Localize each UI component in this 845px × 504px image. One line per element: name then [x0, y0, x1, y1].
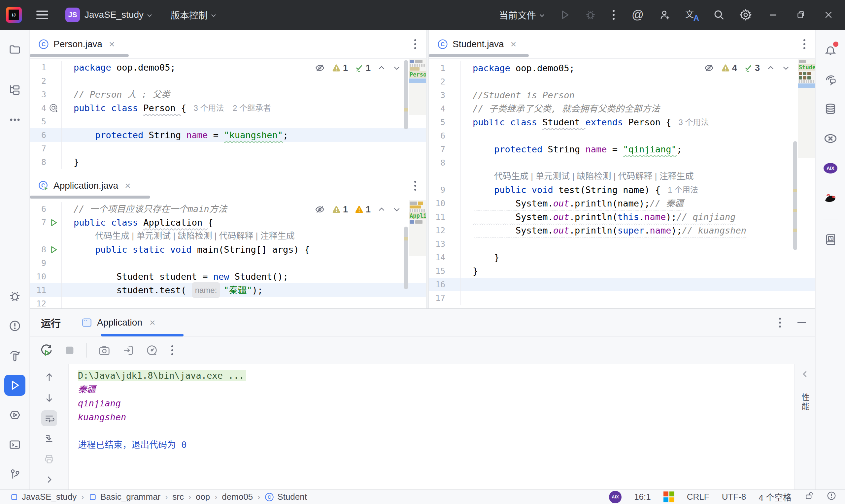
- gutter[interactable]: 3: [30, 88, 62, 101]
- gutter[interactable]: 7: [30, 216, 62, 229]
- editor-splitter[interactable]: [426, 30, 429, 308]
- code-line[interactable]: 7public class Application {: [30, 216, 426, 229]
- tab-options-icon[interactable]: [802, 37, 807, 51]
- code-line[interactable]: 8 public static void main(String[] args)…: [30, 243, 426, 256]
- gutter[interactable]: 4: [30, 101, 62, 115]
- gutter[interactable]: 12: [429, 223, 461, 237]
- gutter[interactable]: 5: [429, 115, 461, 129]
- expand-strip-icon[interactable]: [41, 472, 57, 487]
- code-line[interactable]: 6 protected String name = "kuangshen";: [30, 128, 426, 142]
- up-stacktrace-icon[interactable]: [41, 370, 57, 385]
- code-line[interactable]: 8: [429, 156, 815, 169]
- gutter[interactable]: [30, 229, 62, 243]
- run-tab-application[interactable]: Application ×: [81, 309, 156, 337]
- code-line[interactable]: 7 protected String name = "qinjiang";: [429, 143, 815, 156]
- run-icon[interactable]: [559, 9, 570, 20]
- window-close-button[interactable]: [822, 11, 835, 19]
- code-line[interactable]: 14 }: [429, 251, 815, 264]
- breadcrumb-item[interactable]: CStudent: [265, 492, 307, 502]
- gutter[interactable]: 15: [429, 264, 461, 278]
- ai-inlay-hint[interactable]: 代码生成 | 单元测试 | 缺陷检测 | 代码解释 | 注释生成: [494, 169, 694, 183]
- more-actions-icon[interactable]: [611, 8, 617, 22]
- main-menu-icon[interactable]: [36, 11, 48, 19]
- code-line[interactable]: 13: [429, 237, 815, 251]
- highlight-off-icon[interactable]: [315, 204, 325, 215]
- override-gutter-icon[interactable]: [46, 104, 61, 113]
- gutter[interactable]: 12: [30, 297, 62, 308]
- code-line[interactable]: 5: [30, 115, 426, 128]
- windows-defender-icon[interactable]: [664, 491, 674, 502]
- indent-style[interactable]: 4 个空格: [758, 491, 792, 503]
- dictionary-icon[interactable]: A: [820, 229, 841, 250]
- code-line[interactable]: 8}: [30, 155, 426, 169]
- gutter[interactable]: 13: [429, 237, 461, 251]
- print-icon[interactable]: [41, 451, 57, 467]
- code-line[interactable]: 11 student.test( name:"秦疆");: [30, 283, 426, 297]
- tab-student-java[interactable]: C Student.java ×: [437, 39, 516, 50]
- commit-structure-icon[interactable]: [4, 79, 25, 101]
- search-everywhere-icon[interactable]: [713, 9, 725, 21]
- ai-chat-icon[interactable]: [820, 69, 841, 90]
- plugin-x-icon[interactable]: [820, 128, 841, 149]
- notifications-icon[interactable]: [820, 39, 841, 60]
- database-icon[interactable]: [820, 98, 841, 120]
- git-tool-icon[interactable]: [4, 464, 25, 485]
- project-badge[interactable]: JS: [65, 7, 80, 22]
- gutter[interactable]: 10: [30, 270, 62, 283]
- scrollbar[interactable]: [404, 59, 408, 171]
- ai-assistant-icon[interactable]: @: [631, 8, 644, 22]
- inspections-widget[interactable]: 1 1: [313, 203, 403, 215]
- gutter[interactable]: 14: [429, 251, 461, 264]
- tab-options-icon[interactable]: [412, 37, 418, 51]
- close-tab-icon[interactable]: ×: [109, 39, 115, 50]
- code-line[interactable]: 9: [30, 256, 426, 270]
- code-line[interactable]: 16: [429, 278, 815, 291]
- attach-debugger-icon[interactable]: [122, 344, 134, 357]
- gutter[interactable]: 7: [429, 143, 461, 156]
- code-line[interactable]: 11 System.out.println(this.name);// qinj…: [429, 210, 815, 223]
- debug-icon[interactable]: [585, 9, 596, 20]
- inspections-widget[interactable]: 1 1: [313, 62, 403, 74]
- run-configuration-selector[interactable]: 当前文件: [499, 8, 545, 21]
- gutter[interactable]: 11: [30, 283, 62, 297]
- gutter[interactable]: 6: [429, 129, 461, 143]
- bird-plugin-icon[interactable]: [820, 187, 841, 209]
- run-panel-options-icon[interactable]: [777, 316, 783, 329]
- prev-problem-icon[interactable]: [377, 205, 386, 214]
- highlight-off-icon[interactable]: [315, 63, 325, 73]
- scrollbar[interactable]: [404, 200, 408, 308]
- problems-tool-icon[interactable]: [4, 315, 25, 337]
- add-user-icon[interactable]: [659, 9, 671, 21]
- gutter[interactable]: 8: [30, 155, 62, 169]
- gutter[interactable]: 2: [429, 75, 461, 88]
- rerun-icon[interactable]: [40, 344, 53, 357]
- tab-application-java[interactable]: C Application.java ×: [38, 180, 131, 191]
- gutter[interactable]: 6: [30, 128, 62, 142]
- gutter[interactable]: 9: [30, 256, 62, 270]
- highlight-off-icon[interactable]: [704, 63, 714, 73]
- hide-tool-window-icon[interactable]: [797, 322, 806, 323]
- run-tool-icon[interactable]: [4, 375, 25, 396]
- console-more-icon[interactable]: [169, 343, 175, 357]
- expand-left-icon[interactable]: [800, 370, 810, 379]
- next-problem-icon[interactable]: [392, 205, 401, 214]
- gutter[interactable]: [429, 169, 461, 183]
- student-editor[interactable]: 1package oop.demo05;23//Student is Perso…: [429, 59, 815, 308]
- code-line[interactable]: 15}: [429, 264, 815, 278]
- translate-icon[interactable]: 文 A: [685, 8, 699, 21]
- gutter[interactable]: 6: [30, 202, 62, 216]
- window-minimize-button[interactable]: [767, 15, 780, 16]
- code-line[interactable]: 3// Person 人 : 父类: [30, 88, 426, 101]
- code-line[interactable]: 5public class Student extends Person {3 …: [429, 115, 815, 129]
- gutter[interactable]: 8: [30, 243, 62, 256]
- code-line[interactable]: 4public class Person {3 个用法 2 个继承者: [30, 101, 426, 115]
- inlay-hint-row[interactable]: 代码生成 | 单元测试 | 缺陷检测 | 代码解释 | 注释生成: [30, 229, 426, 243]
- code-line[interactable]: 10 System.out.println(name);// 秦疆: [429, 197, 815, 210]
- next-problem-icon[interactable]: [781, 64, 790, 72]
- code-line[interactable]: 3//Student is Person: [429, 88, 815, 102]
- readonly-lock-icon[interactable]: [804, 491, 814, 503]
- aixcoder-icon[interactable]: AIX: [820, 158, 841, 179]
- file-encoding[interactable]: UTF-8: [722, 492, 746, 502]
- breadcrumb-item[interactable]: oop: [196, 492, 210, 502]
- gutter[interactable]: 16: [429, 278, 461, 291]
